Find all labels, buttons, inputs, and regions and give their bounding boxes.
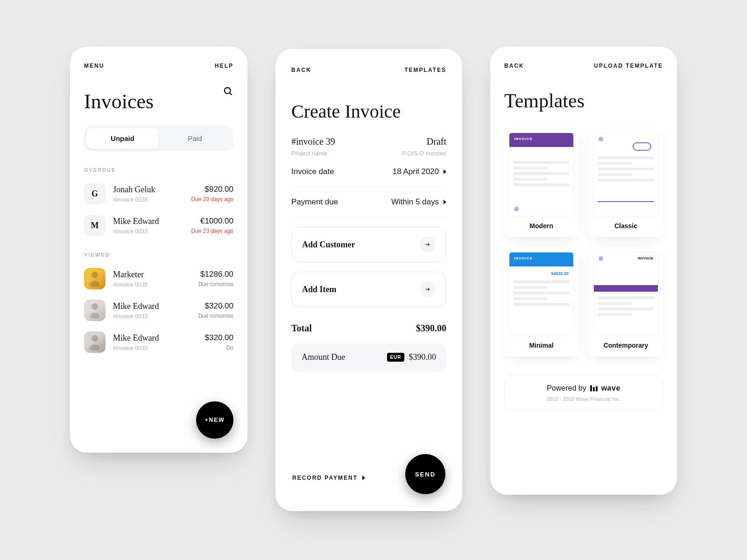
powered-by-brand: wave: [601, 384, 620, 392]
template-card-classic[interactable]: Classic: [589, 128, 663, 237]
upload-template-button[interactable]: UPLOAD TEMPLATE: [594, 63, 663, 69]
section-viewed-label: VIEWED: [84, 252, 233, 258]
invoice-row[interactable]: Mike Edward #invoice 0033 $320.00 Du: [84, 331, 233, 353]
invoice-ref: #invoice 0033: [113, 313, 198, 320]
back-button[interactable]: BACK: [291, 67, 311, 73]
chevron-right-icon: [444, 169, 446, 174]
tabs: Unpaid Paid: [84, 126, 233, 151]
template-thumb-title: INVOICE: [514, 256, 533, 260]
invoice-ref: #invoice 0033: [113, 345, 205, 351]
invoice-row[interactable]: G Jonah Geluk #invoice 0028 $920.00 Due …: [84, 183, 233, 204]
template-thumb: INVOICE $4520.00: [509, 252, 574, 336]
avatar-initial: G: [84, 183, 106, 204]
template-name: Minimal: [509, 342, 574, 349]
tab-unpaid[interactable]: Unpaid: [86, 128, 159, 149]
chevron-right-icon: [444, 200, 446, 204]
avatar-photo: [84, 268, 106, 289]
page-title: Invoices: [84, 90, 154, 113]
powered-by-sub: 2010 - 2020 Wave Financial Inc.: [513, 396, 654, 402]
invoice-customer: Mike Edward: [113, 333, 205, 343]
invoice-customer: Mike Edward: [113, 301, 198, 311]
svg-point-0: [225, 87, 231, 93]
add-customer-button[interactable]: Add Customer: [291, 227, 446, 262]
invoice-customer: Jonah Geluk: [113, 185, 191, 195]
templates-button[interactable]: TEMPLATES: [404, 67, 446, 73]
invoice-ref: #invoice 0033: [113, 228, 191, 235]
invoice-date-label: Invoice date: [291, 167, 334, 176]
record-payment-label: RECORD PAYMENT: [292, 475, 358, 481]
invoice-date-value: 18 April 2020: [393, 167, 439, 176]
screen-invoices: MENU HELP Invoices Unpaid Paid OVERDUE G…: [70, 47, 247, 453]
wave-logo-icon: [590, 385, 598, 392]
invoice-date-row[interactable]: Invoice date 18 April 2020: [291, 157, 446, 187]
invoice-due: Due tomorrow: [198, 313, 233, 319]
help-button[interactable]: HELP: [215, 63, 233, 69]
template-name: Classic: [593, 222, 658, 230]
chevron-right-icon: [362, 476, 365, 480]
record-payment-button[interactable]: RECORD PAYMENT: [292, 475, 365, 481]
back-button[interactable]: BACK: [504, 63, 524, 69]
invoice-status: Draft: [402, 136, 446, 147]
invoice-amount: $920.00: [191, 185, 233, 194]
invoice-row[interactable]: Mike Edward #invoice 0033 $320.00 Due to…: [84, 300, 233, 321]
invoice-row[interactable]: Marketer #invoice 0035 $1286.00 Due tomo…: [84, 268, 233, 289]
invoice-customer: Mike Edward: [113, 217, 191, 226]
template-thumb-title: INVOICE: [514, 137, 533, 141]
payment-due-row[interactable]: Payment due Within 5 days: [291, 187, 446, 217]
new-invoice-fab[interactable]: +NEW: [196, 401, 233, 439]
invoice-due: Du: [205, 344, 233, 351]
template-thumb-amount: $4520.00: [551, 271, 569, 276]
template-thumb: INVOICE: [509, 133, 574, 217]
po-number-label[interactable]: P.O/S.O number: [402, 150, 446, 157]
total-value: $390.00: [416, 323, 446, 334]
template-card-minimal[interactable]: INVOICE $4520.00 Minimal: [504, 247, 578, 357]
invoice-ref: #invoice 39: [291, 136, 335, 147]
project-name-label[interactable]: Project name: [291, 150, 335, 157]
arrow-right-icon: [420, 281, 436, 297]
page-title: Templates: [504, 90, 663, 112]
powered-by-prefix: Powered by: [547, 384, 586, 392]
invoice-due: Due tomorrow: [198, 281, 233, 287]
payment-due-label: Payment due: [291, 197, 338, 207]
template-thumb: [593, 133, 658, 217]
amount-due-value: $390.00: [409, 352, 437, 362]
send-button[interactable]: SEND: [405, 454, 445, 494]
avatar-photo: [84, 300, 106, 321]
add-item-button[interactable]: Add Item: [291, 272, 446, 307]
template-card-contemporary[interactable]: INVOICE Contemporary: [589, 247, 663, 357]
avatar-photo: [84, 331, 106, 353]
page-title: Create Invoice: [291, 100, 446, 122]
invoice-amount: $1286.00: [198, 270, 233, 279]
screen-create-invoice: BACK TEMPLATES Create Invoice #invoice 3…: [275, 49, 462, 511]
total-label: Total: [291, 323, 312, 334]
amount-due-card: Amount Due EUR $390.00: [291, 343, 446, 371]
menu-button[interactable]: MENU: [84, 63, 104, 69]
avatar-initial: M: [84, 215, 106, 236]
screen-templates: BACK UPLOAD TEMPLATE Templates INVOICE M…: [490, 47, 677, 495]
add-item-label: Add Item: [302, 285, 337, 294]
amount-due-label: Amount Due: [302, 352, 345, 362]
template-thumb: INVOICE: [593, 252, 658, 336]
template-thumb-title: INVOICE: [638, 256, 653, 260]
invoice-amount: $320.00: [205, 333, 233, 343]
invoice-due: Due 20 days ago: [191, 196, 233, 203]
invoice-ref: #invoice 0028: [113, 196, 191, 203]
search-icon[interactable]: [223, 86, 233, 97]
svg-line-1: [230, 92, 232, 95]
powered-by: Powered by wave 2010 - 2020 Wave Financi…: [504, 375, 663, 411]
invoice-row[interactable]: M Mike Edward #invoice 0033 €1000.00 Due…: [84, 215, 233, 236]
invoice-amount: €1000.00: [191, 217, 233, 226]
add-customer-label: Add Customer: [302, 240, 355, 250]
payment-due-value: Within 5 days: [391, 197, 439, 207]
invoice-customer: Marketer: [113, 270, 198, 280]
invoice-due: Due 23 days ago: [191, 228, 233, 234]
template-name: Modern: [509, 222, 574, 230]
tab-paid[interactable]: Paid: [159, 128, 231, 149]
invoice-ref: #invoice 0035: [113, 281, 198, 288]
section-overdue-label: OVERDUE: [84, 167, 233, 173]
currency-badge[interactable]: EUR: [387, 353, 404, 362]
template-name: Contemporary: [593, 342, 658, 349]
template-card-modern[interactable]: INVOICE Modern: [504, 128, 578, 237]
invoice-amount: $320.00: [198, 301, 233, 311]
arrow-right-icon: [420, 237, 436, 252]
